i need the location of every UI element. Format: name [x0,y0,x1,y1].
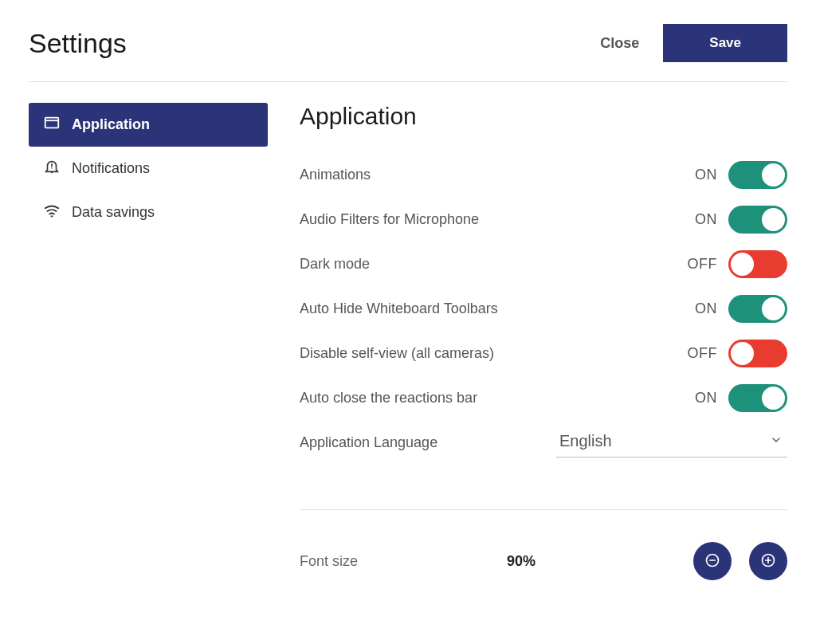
language-value: English [559,432,612,450]
divider [300,509,787,510]
svg-rect-0 [45,118,59,128]
setting-label: Dark mode [300,256,370,273]
svg-point-2 [51,171,53,173]
increase-font-size-button[interactable] [749,542,787,580]
bell-icon [43,158,61,179]
sidebar-item-data-savings[interactable]: Data savings [29,190,268,234]
toggle-auto-hide-toolbars[interactable] [728,295,787,323]
setting-row-animations: Animations ON [300,152,787,197]
wifi-icon [43,202,61,223]
sidebar-item-label: Data savings [72,204,155,221]
setting-row-disable-self-view: Disable self-view (all cameras) OFF [300,331,787,375]
settings-sidebar: Application Notifications Data savings [29,103,268,580]
sidebar-item-label: Application [72,116,150,133]
settings-body: Application Notifications Data savings A… [29,103,787,580]
setting-label: Auto Hide Whiteboard Toolbars [300,300,498,317]
setting-label: Audio Filters for Microphone [300,211,479,228]
font-size-value: 90% [507,553,642,570]
setting-row-dark-mode: Dark mode OFF [300,242,787,286]
setting-row-audio-filters: Audio Filters for Microphone ON [300,197,787,242]
setting-row-auto-close-reactions: Auto close the reactions bar ON [300,375,787,420]
header-actions: Close Save [595,24,787,62]
toggle-state-text: ON [695,390,717,406]
svg-point-4 [51,167,53,169]
window-icon [43,114,61,135]
setting-row-auto-hide-toolbars: Auto Hide Whiteboard Toolbars ON [300,286,787,331]
toggle-group: OFF [688,250,788,278]
settings-main: Application Animations ON Audio Filters … [268,103,787,580]
toggle-state-text: OFF [688,256,718,273]
toggle-state-text: ON [695,211,717,228]
toggle-auto-close-reactions[interactable] [728,384,787,412]
toggle-audio-filters[interactable] [728,206,787,234]
page-title: Settings [29,28,127,59]
svg-point-5 [51,215,53,217]
setting-row-language: Application Language English [300,420,787,465]
chevron-down-icon [770,434,783,450]
toggle-state-text: ON [695,167,717,183]
sidebar-item-application[interactable]: Application [29,103,268,147]
toggle-group: OFF [688,340,788,367]
toggle-animations[interactable] [728,161,787,189]
sidebar-item-notifications[interactable]: Notifications [29,147,268,190]
close-button[interactable]: Close [595,34,644,53]
setting-label: Disable self-view (all cameras) [300,345,494,362]
save-button[interactable]: Save [663,24,787,62]
font-size-actions [693,542,787,580]
setting-row-font-size: Font size 90% [300,542,787,580]
toggle-state-text: ON [695,300,717,317]
language-select[interactable]: English [556,427,787,457]
setting-label: Application Language [300,434,437,451]
setting-label: Animations [300,167,371,183]
section-title: Application [300,103,787,130]
sidebar-item-label: Notifications [72,160,150,177]
toggle-group: ON [695,161,787,189]
minus-icon [704,552,720,571]
toggle-group: ON [695,384,787,412]
plus-icon [760,552,776,571]
setting-label: Font size [300,553,507,570]
toggle-state-text: OFF [688,345,718,362]
setting-label: Auto close the reactions bar [300,390,477,406]
toggle-group: ON [695,206,787,234]
settings-header: Settings Close Save [29,24,787,82]
toggle-group: ON [695,295,787,323]
toggle-disable-self-view[interactable] [728,340,787,367]
toggle-dark-mode[interactable] [728,250,787,278]
decrease-font-size-button[interactable] [693,542,732,580]
